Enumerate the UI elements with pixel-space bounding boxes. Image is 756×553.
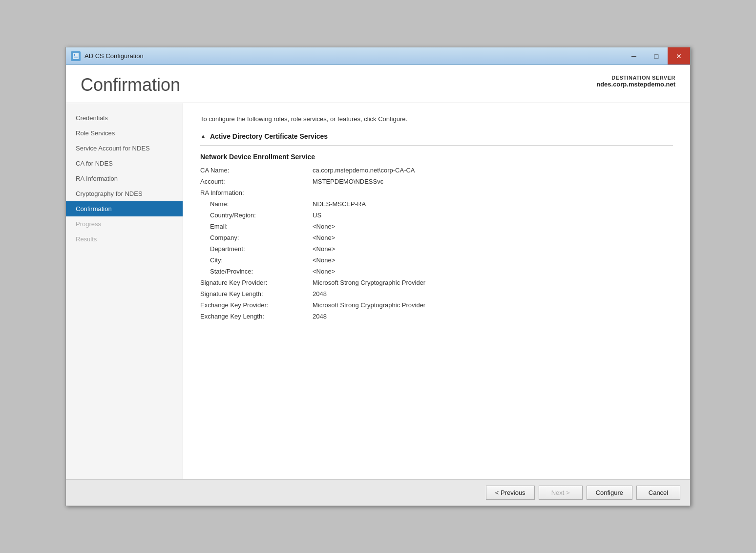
next-button[interactable]: Next > bbox=[539, 486, 583, 500]
sidebar-item-service-account[interactable]: Service Account for NDES bbox=[66, 141, 183, 156]
info-value: ca.corp.mstepdemo.net\corp-CA-CA bbox=[313, 166, 673, 175]
info-label: Country/Region: bbox=[200, 211, 308, 220]
info-value: <None> bbox=[313, 222, 673, 231]
svg-rect-0 bbox=[73, 53, 79, 59]
info-value: 2048 bbox=[313, 312, 673, 321]
section-divider bbox=[200, 145, 673, 146]
configure-button[interactable]: Configure bbox=[587, 486, 632, 500]
svg-rect-1 bbox=[74, 54, 75, 56]
info-label: Company: bbox=[200, 233, 308, 242]
window-title: AD CS Configuration bbox=[84, 52, 144, 60]
info-label: City: bbox=[200, 255, 308, 265]
intro-text: To configure the following roles, role s… bbox=[200, 115, 673, 123]
destination-label: DESTINATION SERVER bbox=[596, 75, 675, 81]
info-label: Signature Key Provider: bbox=[200, 278, 308, 287]
previous-button[interactable]: < Previous bbox=[486, 486, 535, 500]
main-window: AD CS Configuration ─ □ ✕ Confirmation D… bbox=[65, 47, 691, 506]
sidebar-item-ca-for-ndes[interactable]: CA for NDES bbox=[66, 156, 183, 171]
window-controls: ─ □ ✕ bbox=[623, 47, 690, 64]
content-area: CredentialsRole ServicesService Account … bbox=[66, 103, 690, 479]
info-value: US bbox=[313, 211, 673, 220]
chevron-icon: ▲ bbox=[200, 133, 206, 140]
title-bar: AD CS Configuration ─ □ ✕ bbox=[66, 47, 690, 65]
info-value: <None> bbox=[313, 233, 673, 242]
info-label: Email: bbox=[200, 222, 308, 231]
cancel-button[interactable]: Cancel bbox=[636, 486, 680, 500]
info-value: <None> bbox=[313, 244, 673, 254]
info-label: Exchange Key Length: bbox=[200, 312, 308, 321]
service-name: Network Device Enrollment Service bbox=[200, 153, 673, 161]
destination-value: ndes.corp.mstepdemo.net bbox=[596, 81, 675, 88]
sidebar: CredentialsRole ServicesService Account … bbox=[66, 103, 183, 479]
info-value: Microsoft Strong Cryptographic Provider bbox=[313, 300, 673, 310]
info-label: Name: bbox=[200, 199, 308, 209]
page-title: Confirmation bbox=[81, 75, 180, 95]
sidebar-item-progress: Progress bbox=[66, 216, 183, 232]
close-button[interactable]: ✕ bbox=[668, 47, 690, 64]
info-label: Signature Key Length: bbox=[200, 289, 308, 298]
sidebar-item-credentials[interactable]: Credentials bbox=[66, 110, 183, 126]
info-value bbox=[313, 188, 673, 197]
section-title: Active Directory Certificate Services bbox=[210, 132, 328, 140]
info-label: State/Province: bbox=[200, 267, 308, 276]
info-label: RA Information: bbox=[200, 188, 308, 197]
sidebar-item-ra-information[interactable]: RA Information bbox=[66, 171, 183, 186]
info-value: Microsoft Strong Cryptographic Provider bbox=[313, 278, 673, 287]
section-header: ▲ Active Directory Certificate Services bbox=[200, 132, 673, 140]
info-label: Department: bbox=[200, 244, 308, 254]
maximize-button[interactable]: □ bbox=[645, 47, 668, 64]
info-grid: CA Name:ca.corp.mstepdemo.net\corp-CA-CA… bbox=[200, 166, 673, 321]
destination-server-info: DESTINATION SERVER ndes.corp.mstepdemo.n… bbox=[596, 75, 675, 88]
app-icon bbox=[71, 51, 81, 61]
info-label: CA Name: bbox=[200, 166, 308, 175]
info-value: NDES-MSCEP-RA bbox=[313, 199, 673, 209]
sidebar-item-confirmation[interactable]: Confirmation bbox=[66, 201, 183, 216]
info-value: <None> bbox=[313, 255, 673, 265]
header-area: Confirmation DESTINATION SERVER ndes.cor… bbox=[66, 65, 690, 103]
sidebar-item-cryptography[interactable]: Cryptography for NDES bbox=[66, 186, 183, 201]
footer: < Previous Next > Configure Cancel bbox=[66, 479, 690, 506]
info-value: MSTEPDEMO\NDESSvc bbox=[313, 177, 673, 186]
info-value: <None> bbox=[313, 267, 673, 276]
minimize-button[interactable]: ─ bbox=[623, 47, 645, 64]
info-value: 2048 bbox=[313, 289, 673, 298]
sidebar-item-results: Results bbox=[66, 232, 183, 247]
svg-rect-2 bbox=[74, 57, 78, 58]
info-label: Account: bbox=[200, 177, 308, 186]
title-bar-left: AD CS Configuration bbox=[71, 51, 144, 61]
info-label: Exchange Key Provider: bbox=[200, 300, 308, 310]
sidebar-item-role-services[interactable]: Role Services bbox=[66, 126, 183, 141]
main-content: To configure the following roles, role s… bbox=[183, 103, 690, 479]
